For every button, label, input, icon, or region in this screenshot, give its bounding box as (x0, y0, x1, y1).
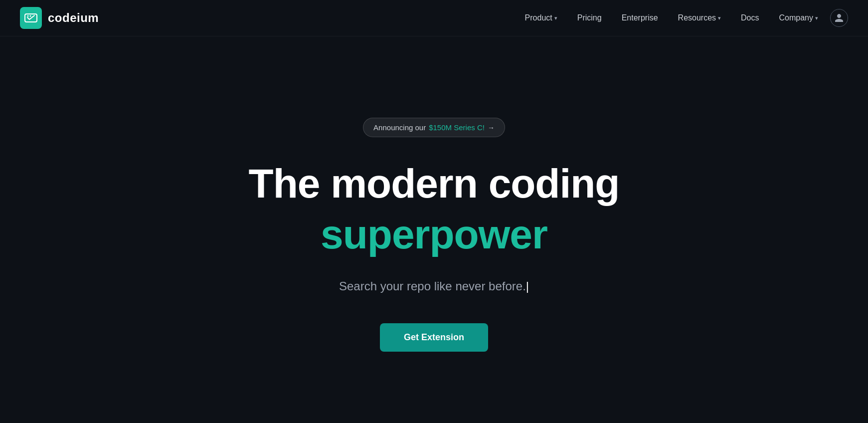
logo[interactable]: codeium (20, 7, 99, 29)
text-cursor: | (526, 279, 529, 293)
nav-links: Product ▾ Pricing Enterprise Resources ▾… (517, 9, 848, 27)
logo-text: codeium (48, 11, 99, 25)
nav-item-company[interactable]: Company ▾ (771, 9, 826, 26)
get-extension-button[interactable]: Get Extension (380, 323, 488, 352)
hero-title-line2: superpower (321, 210, 547, 259)
announcement-prefix: Announcing our (373, 123, 426, 132)
nav-item-pricing[interactable]: Pricing (569, 9, 610, 26)
nav-item-docs[interactable]: Docs (733, 9, 767, 26)
chevron-down-icon: ▾ (815, 15, 818, 21)
chevron-down-icon: ▾ (554, 15, 557, 21)
hero-title-line1: The modern coding (249, 161, 620, 206)
nav-item-resources[interactable]: Resources ▾ (670, 9, 729, 26)
user-icon[interactable] (830, 9, 848, 27)
announcement-badge[interactable]: Announcing our $150M Series C! → (363, 118, 505, 137)
navbar: codeium Product ▾ Pricing Enterprise Res… (0, 0, 868, 36)
hero-section: Announcing our $150M Series C! → The mod… (0, 36, 868, 423)
announcement-highlight: $150M Series C! (429, 123, 485, 132)
hero-subtitle: Search your repo like never before.| (339, 279, 529, 293)
nav-item-product[interactable]: Product ▾ (517, 9, 565, 26)
chevron-down-icon: ▾ (718, 15, 721, 21)
svg-point-2 (30, 15, 31, 17)
svg-point-1 (27, 15, 29, 17)
logo-icon (20, 7, 42, 29)
announcement-arrow: → (488, 124, 495, 132)
nav-item-enterprise[interactable]: Enterprise (614, 9, 666, 26)
